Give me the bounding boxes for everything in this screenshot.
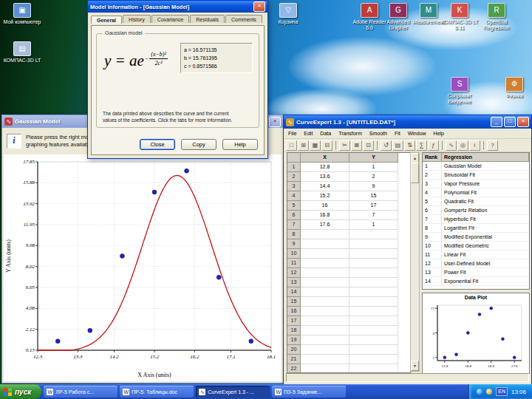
curveexpert-window[interactable]: ∿ CurveExpert 1.3 - [UNTITLED.DAT*] _ □ … <box>283 115 532 385</box>
cell-y[interactable] <box>349 307 398 316</box>
cell-x[interactable] <box>301 316 349 326</box>
ranking-row[interactable]: 13Power Fit <box>423 268 529 277</box>
undo-icon[interactable]: ↺ <box>381 140 392 151</box>
cell-y[interactable] <box>349 259 398 268</box>
cell-x[interactable]: 17.6 <box>301 220 349 230</box>
data-spreadsheet[interactable]: XY112.81213.62314.49415.21551617616.8771… <box>287 152 411 373</box>
cell-y[interactable] <box>349 278 398 287</box>
dialog-close-button[interactable]: × <box>253 1 265 12</box>
dialog-titlebar[interactable]: Model Information - [Gaussian Model] × <box>88 1 267 13</box>
tab-residuals[interactable]: Residuals <box>190 15 225 23</box>
cell-x[interactable]: 16.8 <box>301 211 349 220</box>
ranking-row[interactable]: 12User-Defined Model <box>423 259 529 268</box>
cell-y[interactable] <box>349 326 398 335</box>
cell-y[interactable] <box>349 287 398 297</box>
tab-general[interactable]: General <box>91 16 122 24</box>
cell-y[interactable] <box>349 355 398 364</box>
volume-icon[interactable] <box>486 389 492 395</box>
menu-data[interactable]: Data <box>320 131 331 136</box>
copy-button[interactable]: Copy <box>181 139 216 150</box>
sort-icon[interactable]: ⇅ <box>404 140 415 151</box>
cell-x[interactable] <box>301 287 349 297</box>
language-indicator[interactable]: EN <box>496 387 508 396</box>
cell-y[interactable]: 1 <box>349 220 398 230</box>
cell-x[interactable] <box>301 239 349 249</box>
help-icon[interactable]: ? <box>487 140 498 151</box>
scroll-down-icon[interactable]: ▼ <box>411 361 419 371</box>
ranking-row[interactable]: 9Modified Exponential <box>423 233 529 242</box>
cell-y[interactable] <box>349 316 398 326</box>
ranking-row[interactable]: 3Vapor Pressure <box>423 180 529 188</box>
ranking-row[interactable]: 10Modified Geometric <box>423 242 529 250</box>
desktop-icon-kompas-3d-lt-511[interactable]: KКОМПАС-3D LT 5.11 <box>440 3 479 31</box>
cut-icon[interactable]: ✂ <box>339 140 350 151</box>
ranking-row[interactable]: 7Hyperbolic Fit <box>423 215 529 224</box>
cell-x[interactable] <box>301 259 349 268</box>
cell-x[interactable] <box>301 278 349 287</box>
tab-history[interactable]: History <box>123 15 151 23</box>
cell-y[interactable] <box>349 297 398 307</box>
cell-x[interactable]: 14.4 <box>301 182 349 191</box>
cell-x[interactable] <box>301 355 349 364</box>
taskbar-task[interactable]: WПЗ-5 Задание... <box>272 386 346 398</box>
cell-x[interactable] <box>301 297 349 307</box>
ranking-row[interactable]: 11Linear Fit <box>423 250 529 259</box>
network-icon[interactable] <box>477 389 482 395</box>
new-file-icon[interactable]: □ <box>286 140 297 151</box>
cell-y[interactable]: 2 <box>349 172 398 182</box>
save-file-icon[interactable]: ▦ <box>310 140 321 151</box>
plot-icon[interactable]: ∿ <box>446 140 457 151</box>
cell-y[interactable]: 17 <box>349 201 398 211</box>
cell-y[interactable] <box>349 230 398 239</box>
copy-icon[interactable]: ⊠ <box>351 140 362 151</box>
zoom-icon[interactable]: ◎ <box>457 140 468 151</box>
desktop-icon-sopromat-vvedenie[interactable]: SСопромат Введение <box>440 77 479 105</box>
regression-ranking-list[interactable]: RankRegression1Gaussian Model2Sinusoidal… <box>422 152 530 290</box>
close-button[interactable]: Close <box>140 139 175 150</box>
cell-y[interactable] <box>349 345 398 355</box>
model-info-icon[interactable]: i <box>469 140 480 151</box>
gaussian-chart-area[interactable]: 12.313.314.215.216.217.118.10.152.124.08… <box>4 154 282 381</box>
cell-y[interactable]: 9 <box>349 182 398 191</box>
cell-y[interactable] <box>349 268 398 278</box>
maximize-button[interactable]: □ <box>504 117 516 127</box>
cell-x[interactable]: 15.2 <box>301 191 349 201</box>
cell-y[interactable] <box>349 239 398 249</box>
help-button[interactable]: Help <box>222 139 258 150</box>
paste-icon[interactable]: ⊡ <box>363 140 374 151</box>
cell-x[interactable] <box>301 230 349 239</box>
model-information-dialog[interactable]: Model Information - [Gaussian Model] × G… <box>87 0 268 159</box>
spreadsheet-scrollbar[interactable]: ▲ ▼ <box>410 152 420 372</box>
cell-y[interactable] <box>349 364 398 373</box>
cell-x[interactable]: 13.6 <box>301 172 349 182</box>
menu-edit[interactable]: Edit <box>304 131 313 136</box>
clock[interactable]: 13:06 <box>511 389 526 395</box>
cell-x[interactable] <box>301 326 349 335</box>
menu-transform[interactable]: Transform <box>338 131 362 136</box>
menu-window[interactable]: Window <box>408 131 426 136</box>
curveexpert-titlebar[interactable]: ∿ CurveExpert 1.3 - [UNTITLED.DAT*] _ □ … <box>284 115 531 129</box>
ranking-row[interactable]: 2Sinusoidal Fit <box>423 171 529 180</box>
cell-y[interactable] <box>349 249 398 259</box>
cell-x[interactable]: 16 <box>301 201 349 211</box>
calculate-icon[interactable]: ∑ <box>416 140 427 151</box>
taskbar-task[interactable]: WЛР-5 Работа с... <box>44 386 117 398</box>
desktop-icon-openstat-regression[interactable]: ROpenStat Regression <box>477 3 516 31</box>
data-plot-panel[interactable]: Data Plot 12.814.416.017.61917 <box>422 293 530 374</box>
close-button[interactable]: × <box>269 117 281 127</box>
start-button[interactable]: пуск <box>0 384 41 399</box>
desktop-icon-my-computer[interactable]: ▣Мой компьютер <box>3 3 41 25</box>
cell-x[interactable] <box>301 307 349 316</box>
menu-fit[interactable]: Fit <box>395 131 400 136</box>
cell-x[interactable] <box>301 268 349 278</box>
taskbar-task[interactable]: WПР-5. Таблицы.doc <box>120 386 194 398</box>
cell-y[interactable] <box>349 335 398 345</box>
cell-y[interactable]: 1 <box>349 163 398 172</box>
curve-fit-icon[interactable]: ƒ <box>428 140 439 151</box>
print-icon[interactable]: ⊟ <box>321 140 332 151</box>
taskbar-task[interactable]: ∿CurveExpert 1.3 - ... <box>196 386 270 398</box>
open-file-icon[interactable]: ⊞ <box>298 140 309 151</box>
ranking-row[interactable]: 5Quadratic Fit <box>423 197 529 206</box>
cell-x[interactable] <box>301 345 349 355</box>
menu-help[interactable]: Help <box>434 131 444 136</box>
